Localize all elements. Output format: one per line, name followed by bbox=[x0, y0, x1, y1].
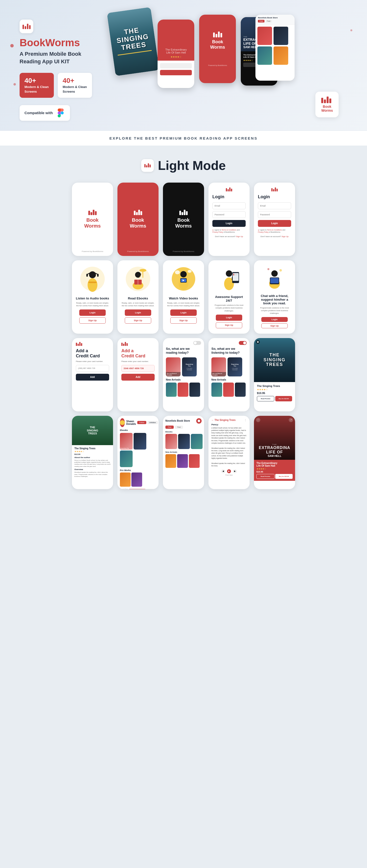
unfollow-btn[interactable]: Unfollow bbox=[147, 421, 158, 424]
author-name-block: Shawn Donalds bbox=[126, 420, 136, 425]
s-bar-3 bbox=[148, 163, 149, 167]
buy-btn-1[interactable]: Buy for $10.95 bbox=[275, 396, 292, 401]
onboard-video-title: Watch Video books bbox=[169, 297, 198, 300]
reading-play-btn[interactable]: ▶ bbox=[227, 469, 231, 473]
login-red-password[interactable] bbox=[258, 211, 291, 218]
extraordinary-content: ← ↗ THE EXTRAORDINALIFE OF SAM HELL The … bbox=[254, 416, 295, 489]
extraordinary-title-block: THE EXTRAORDINALIFE OF SAM HELL bbox=[259, 443, 290, 457]
onboard-audio-content: Listen to Audio books Ready, calm, or ev… bbox=[72, 260, 113, 334]
login-dark-title: Login bbox=[213, 194, 246, 199]
onboard-audio-signup-btn[interactable]: Sign Up bbox=[79, 317, 106, 323]
login-dark-content: Login Login ● I agree to Terms & Conditi… bbox=[208, 183, 250, 256]
chat-illustration bbox=[260, 264, 289, 291]
onboard-ebook-signup-btn[interactable]: Sign Up bbox=[125, 317, 151, 323]
credit-red-card: Add aCredit Card Please enter your card … bbox=[117, 338, 159, 411]
compatible-text: Compatible with bbox=[25, 111, 53, 115]
chat-figure-svg bbox=[261, 264, 288, 291]
store-ebook-3 bbox=[191, 434, 203, 449]
extraordinary-back-btn[interactable]: ← bbox=[256, 418, 260, 422]
onboard-video-login-btn[interactable]: Login bbox=[170, 309, 197, 316]
onboard-ebook-desc: Ready, calm, or even books are simpler, … bbox=[121, 302, 154, 307]
login-dark-password[interactable] bbox=[213, 211, 246, 218]
onboard-chat-title: Chat with a friend, suggest him/her a bo… bbox=[258, 294, 291, 305]
login-red-btn[interactable]: Login bbox=[258, 220, 291, 227]
home-audio-new-arrivals-label: New Arrivals bbox=[211, 378, 247, 381]
ebooks-grid: Regretting You bbox=[120, 433, 156, 467]
singing-trees-title: The Singing Trees bbox=[257, 384, 292, 388]
home-reading-card: So, what are we reading today? The Lost … bbox=[163, 338, 204, 411]
overview-label: Overview bbox=[75, 468, 111, 470]
home-new-arrivals-label: New Arrivals bbox=[166, 378, 201, 381]
section-header: Light Mode bbox=[15, 158, 352, 173]
extraordinary-book-title: The ExtraordinaryLife Of Sam Hall bbox=[256, 462, 292, 467]
read-preview-btn-1[interactable]: Read Preview bbox=[257, 396, 274, 401]
credit-dark-btn[interactable]: Add bbox=[76, 374, 109, 380]
store-card: Novelists Book Store Free Paid Ebooks Ne… bbox=[163, 416, 204, 489]
reading-back-btn[interactable]: ← The Singing Trees bbox=[211, 419, 235, 422]
svg-point-22 bbox=[175, 270, 180, 274]
store-ebook-2 bbox=[178, 434, 190, 449]
hero-book-cover-1: THESINGINGTREES bbox=[107, 7, 159, 76]
extraordinary-share-btn[interactable]: ↗ bbox=[289, 418, 293, 422]
login-dark-btn[interactable]: Login bbox=[213, 220, 246, 227]
home-audio-book-1: The Lost Rose of Shanghai bbox=[211, 358, 226, 376]
credit-red-title: Add aCredit Card bbox=[121, 348, 154, 359]
follow-btn[interactable]: Follow bbox=[137, 421, 146, 424]
login-dark-email[interactable] bbox=[213, 203, 246, 209]
onboard-support-login-btn[interactable]: Login bbox=[216, 315, 243, 321]
ebook-thumb-2 bbox=[134, 433, 146, 450]
login-dark-card: Login Login ● I agree to Terms & Conditi… bbox=[208, 183, 250, 256]
dot-decoration bbox=[10, 44, 14, 48]
store-content: Novelists Book Store Free Paid Ebooks Ne… bbox=[163, 416, 204, 489]
onboard-chat-login-btn[interactable]: Login bbox=[261, 317, 288, 322]
store-tab-paid[interactable]: Paid bbox=[175, 426, 183, 429]
login-dark-logo bbox=[213, 187, 246, 191]
splash-white-card: BookWorms Powered by BookWorms bbox=[72, 183, 113, 256]
ebook-thumb-3 bbox=[120, 451, 133, 467]
logo-bar-2 bbox=[25, 26, 26, 29]
singing-trees-btns: Read Preview Buy for $10.95 bbox=[257, 396, 292, 401]
login-dark-terms: ● I agree to Terms & Conditions and Priv… bbox=[213, 229, 246, 234]
book-detail-desc-card: THESINGINGTREES The Singing Trees ★★★★☆ … bbox=[72, 416, 113, 489]
s-bar-4 bbox=[149, 164, 151, 167]
svg-point-30 bbox=[233, 274, 234, 275]
reading-next-btn[interactable]: ▶ bbox=[233, 469, 237, 473]
reading-prev-btn[interactable]: ◀ bbox=[221, 469, 225, 473]
onboard-video-card: Watch Video books Ready, calm, or even b… bbox=[163, 260, 204, 334]
login-red-card: Login Login ● I agree to Terms & Conditi… bbox=[254, 183, 295, 256]
onboard-support-signup-btn[interactable]: Sign Up bbox=[216, 322, 243, 328]
reading-content: ← The Singing Trees ⋮ Pency: a brilliant… bbox=[208, 416, 250, 489]
onboard-support-card: Awesome Support 24/7 Programmatic soluti… bbox=[208, 260, 250, 334]
book-detail-info-area: The Singing Trees ★★★★☆ $12.00 About the… bbox=[72, 445, 113, 479]
home-book-2-cover: RegrettingYou COLLEENHOOVER bbox=[182, 358, 197, 376]
extraordinary-card: ← ↗ THE EXTRAORDINALIFE OF SAM HELL The … bbox=[254, 416, 295, 489]
badge2-num: 40+ bbox=[63, 77, 87, 85]
store-ebooks-label: Ebooks bbox=[165, 431, 202, 433]
reading-menu-btn[interactable]: ⋮ bbox=[244, 419, 247, 422]
logo-icon-box bbox=[20, 20, 33, 33]
extraordinary-price: $10.95 bbox=[256, 470, 292, 473]
credit-red-btn[interactable]: Add bbox=[121, 374, 154, 380]
onboard-video-signup-btn[interactable]: Sign Up bbox=[170, 317, 197, 323]
store-tab-free[interactable]: Free bbox=[165, 426, 174, 429]
extraordinary-buy-btn[interactable]: Buy for $10.95 bbox=[275, 474, 293, 479]
extraordinary-preview-btn[interactable]: Read Preview bbox=[256, 474, 275, 479]
login-red-email[interactable] bbox=[258, 203, 291, 209]
splash-white-brand: BookWorms bbox=[84, 217, 101, 229]
store-tabs: Free Paid bbox=[165, 426, 202, 429]
new-book-3 bbox=[189, 382, 200, 397]
onboard-ebook-login-btn[interactable]: Login bbox=[125, 309, 151, 316]
light-mode-section: Light Mode BookWorms Powered by BookWorm… bbox=[0, 146, 367, 506]
credit-dark-subtitle: Please enter your card number. bbox=[76, 360, 109, 363]
font-size-row: Font Size bbox=[211, 474, 247, 476]
login-dark-signup: Don't have an account? Sign Up bbox=[213, 236, 246, 238]
onboard-video-content: Watch Video books Ready, calm, or even b… bbox=[163, 260, 204, 334]
about-author-label: About the author bbox=[75, 456, 111, 459]
credit-dark-input[interactable] bbox=[76, 365, 109, 372]
hero-logo-card: BookWorms bbox=[315, 92, 339, 117]
pro-book-2 bbox=[132, 472, 142, 487]
onboard-chat-signup-btn[interactable]: Sign Up bbox=[261, 323, 288, 328]
onboard-audio-login-btn[interactable]: Login bbox=[79, 309, 106, 316]
pro-works-label: Pro Works bbox=[120, 469, 156, 471]
dot-decoration bbox=[350, 29, 352, 31]
